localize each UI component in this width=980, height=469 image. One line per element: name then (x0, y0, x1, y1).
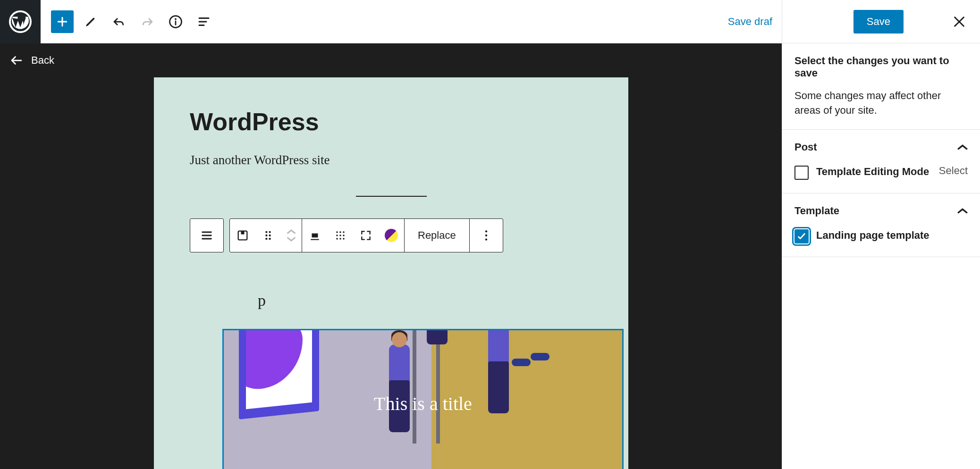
svg-point-20 (343, 238, 345, 240)
move-buttons[interactable] (281, 219, 302, 252)
svg-point-16 (339, 234, 341, 236)
svg-point-7 (265, 234, 267, 236)
svg-rect-11 (312, 234, 318, 238)
check-icon (796, 231, 807, 242)
more-vertical-icon (484, 229, 488, 242)
align-icon (309, 229, 321, 242)
drag-handle[interactable] (255, 219, 281, 252)
back-button[interactable]: Back (9, 53, 54, 67)
svg-point-5 (265, 231, 267, 233)
save-panel-heading: Select the changes you want to save (794, 55, 968, 79)
content-position-button[interactable] (328, 219, 353, 252)
save-panel-description: Some changes may affect other areas of y… (794, 89, 968, 118)
separator-block[interactable] (356, 196, 427, 197)
replace-button[interactable]: Replace (405, 219, 469, 252)
svg-point-14 (343, 231, 345, 233)
svg-point-21 (485, 230, 487, 232)
cover-title[interactable]: This is a title (374, 393, 472, 415)
cover-icon (236, 229, 249, 242)
checkbox-template-editing-mode[interactable] (794, 166, 809, 180)
add-block-button[interactable] (51, 10, 74, 33)
section-toggle-post[interactable]: Post (782, 130, 980, 165)
svg-point-13 (339, 231, 341, 233)
save-section-template: Template Landing page template (782, 193, 980, 257)
block-more-options-button[interactable] (470, 219, 503, 252)
checkbox-landing-page-template[interactable] (794, 229, 809, 243)
template-back-bar: Back (0, 43, 782, 77)
editor-canvas-wrap: WordPress Just another WordPress site p (0, 77, 782, 469)
cover-block-type-button[interactable] (230, 219, 255, 252)
pencil-icon (84, 15, 98, 29)
site-title[interactable]: WordPress (190, 108, 592, 136)
editor-canvas[interactable]: WordPress Just another WordPress site p (154, 77, 628, 469)
fullscreen-icon (360, 229, 372, 242)
svg-point-6 (269, 231, 270, 233)
svg-point-9 (265, 238, 267, 240)
svg-point-18 (336, 238, 338, 240)
checkbox-label: Landing page template (816, 228, 929, 243)
grid-dots-icon (335, 230, 346, 241)
svg-point-23 (485, 239, 487, 241)
block-toolbar-row: Replace (190, 218, 592, 252)
chevron-up-icon (287, 229, 296, 234)
duotone-button[interactable] (379, 219, 404, 252)
arrow-left-icon (9, 53, 24, 67)
svg-point-17 (343, 234, 345, 236)
chevron-up-icon (957, 208, 968, 214)
redo-button[interactable] (136, 10, 159, 33)
chevron-up-icon (957, 144, 968, 151)
chevron-down-icon (287, 236, 296, 242)
close-icon (952, 14, 967, 29)
save-draft-link[interactable]: Save draf (728, 16, 772, 28)
redo-icon (140, 15, 154, 29)
section-title: Template (794, 205, 839, 217)
paragraph-block-icon[interactable] (190, 218, 224, 252)
undo-button[interactable] (108, 10, 130, 33)
list-view-icon (197, 15, 211, 29)
list-view-button[interactable] (193, 10, 215, 33)
wordpress-logo-icon (9, 10, 32, 33)
paragraph-icon (200, 229, 213, 242)
select-link[interactable]: Select (939, 165, 968, 177)
svg-point-8 (269, 234, 270, 236)
section-title: Post (794, 141, 817, 153)
paragraph-fragment: p (258, 292, 266, 310)
section-toggle-template[interactable]: Template (782, 193, 980, 228)
cover-block[interactable]: This is a title (222, 329, 624, 469)
plus-icon (55, 15, 69, 29)
close-panel-button[interactable] (951, 13, 968, 30)
block-toolbar-main: Replace (229, 218, 503, 252)
site-tagline[interactable]: Just another WordPress site (190, 153, 592, 168)
edit-tool-button[interactable] (79, 10, 102, 33)
duotone-icon (385, 229, 398, 242)
undo-icon (112, 15, 126, 29)
save-panel: Save Select the changes you want to save… (782, 0, 980, 469)
svg-point-1 (175, 18, 177, 20)
save-section-post: Post Template Editing Mode Select (782, 129, 980, 193)
svg-point-10 (269, 238, 270, 240)
align-button[interactable] (302, 219, 328, 252)
svg-point-22 (485, 234, 487, 236)
info-button[interactable] (164, 10, 187, 33)
checkbox-label: Template Editing Mode (816, 165, 929, 179)
wp-admin-bar[interactable] (0, 0, 41, 43)
save-button[interactable]: Save (853, 10, 904, 34)
full-height-button[interactable] (353, 219, 379, 252)
info-icon (169, 15, 183, 29)
svg-point-15 (336, 234, 338, 236)
svg-point-12 (336, 231, 338, 233)
drag-icon (263, 230, 273, 241)
back-label: Back (31, 54, 54, 67)
svg-rect-4 (241, 231, 245, 234)
svg-point-19 (339, 238, 341, 240)
